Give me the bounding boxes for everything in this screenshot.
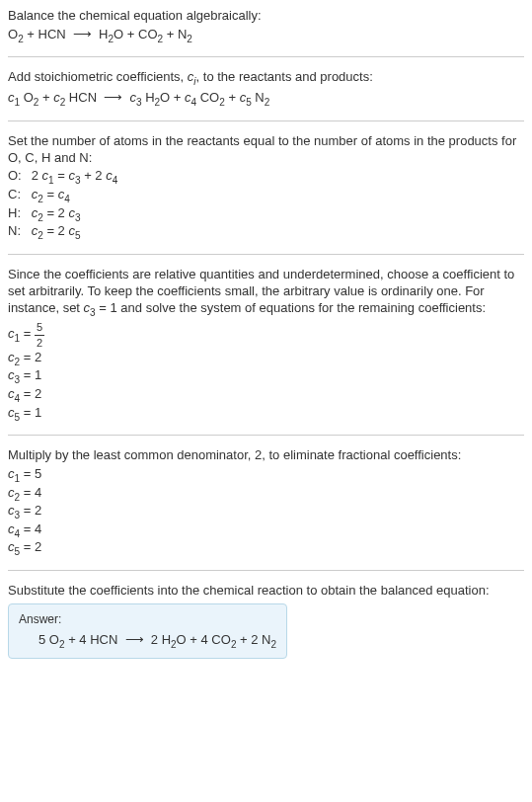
coeff-c3: c3 = 2: [8, 503, 524, 521]
atom-row: O: 2 c1 = c3 + 2 c4: [8, 168, 127, 187]
step2-text: Set the number of atoms in the reactants…: [8, 133, 524, 167]
intro-equation: O2 + HCN ⟶ H2O + CO2 + N2: [8, 27, 524, 45]
coeff-c2: c2 = 2: [8, 350, 524, 368]
divider: [8, 570, 524, 571]
step1-text: Add stoichiometric coefficients, ci, to …: [8, 69, 524, 88]
step4-section: Multiply by the least common denominator…: [8, 447, 524, 558]
atom-label: O:: [8, 168, 32, 187]
atom-equations: O: 2 c1 = c3 + 2 c4 C: c2 = c4 H: c2 = 2…: [8, 168, 127, 241]
coeff-c4: c4 = 2: [8, 386, 524, 405]
atom-eq: 2 c1 = c3 + 2 c4: [32, 168, 128, 187]
coeff-c3: c3 = 1: [8, 367, 524, 386]
atom-label: H:: [8, 205, 32, 224]
atom-eq: c2 = c4: [32, 187, 128, 205]
divider: [8, 435, 524, 436]
step3-text: Since the coefficients are relative quan…: [8, 267, 524, 318]
answer-box: Answer: 5 O2 + 4 HCN ⟶ 2 H2O + 4 CO2 + 2…: [8, 603, 287, 659]
atom-eq: c2 = 2 c3: [32, 205, 128, 224]
intro-text: Balance the chemical equation algebraica…: [8, 8, 524, 25]
atom-row: H: c2 = 2 c3: [8, 205, 127, 224]
step4-text: Multiply by the least common denominator…: [8, 447, 524, 464]
answer-equation: 5 O2 + 4 HCN ⟶ 2 H2O + 4 CO2 + 2 N2: [19, 632, 276, 651]
atom-row: N: c2 = 2 c5: [8, 223, 127, 242]
step1-equation: c1 O2 + c2 HCN ⟶ c3 H2O + c4 CO2 + c5 N2: [8, 90, 524, 109]
atom-label: C:: [8, 187, 32, 205]
coeff-c1: c1 = 5: [8, 466, 524, 485]
step5-text: Substitute the coefficients into the che…: [8, 583, 524, 600]
divider: [8, 56, 524, 57]
step2-section: Set the number of atoms in the reactants…: [8, 133, 524, 242]
coeff-c4: c4 = 4: [8, 521, 524, 540]
coeff-c5: c5 = 2: [8, 539, 524, 558]
atom-eq: c2 = 2 c5: [32, 223, 128, 242]
coeff-c2: c2 = 4: [8, 485, 524, 504]
atom-row: C: c2 = c4: [8, 187, 127, 205]
intro-section: Balance the chemical equation algebraica…: [8, 8, 524, 44]
answer-label: Answer:: [19, 612, 276, 628]
atom-label: N:: [8, 223, 32, 242]
coeff-c1: c1 = 52: [8, 320, 524, 350]
step3-section: Since the coefficients are relative quan…: [8, 267, 524, 423]
divider: [8, 254, 524, 255]
step5-section: Substitute the coefficients into the che…: [8, 583, 524, 659]
step1-section: Add stoichiometric coefficients, ci, to …: [8, 69, 524, 108]
coeff-c5: c5 = 1: [8, 405, 524, 424]
divider: [8, 120, 524, 121]
